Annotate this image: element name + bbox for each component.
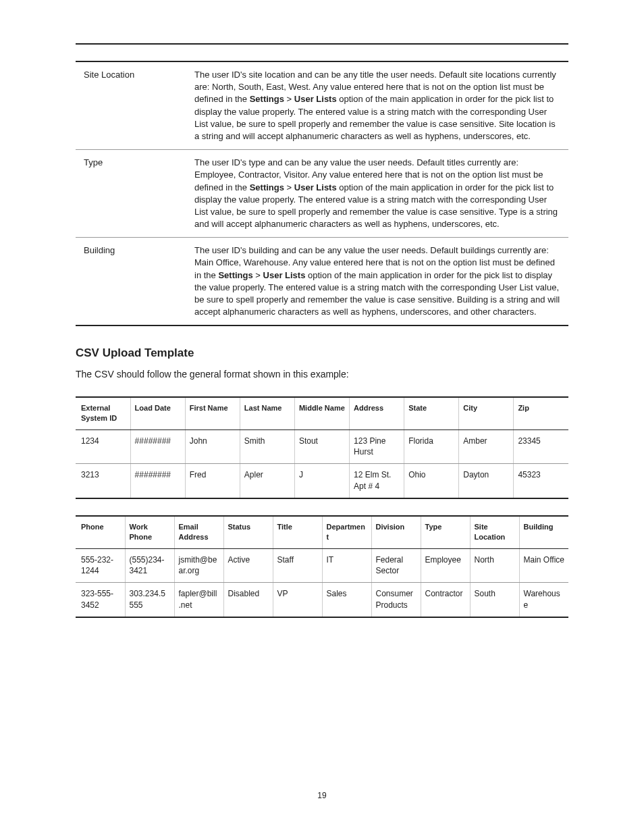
definition-term: Type [76,150,186,238]
document-page: Site LocationThe user ID's site location… [0,0,644,834]
definition-row: TypeThe user ID's type and can be any va… [76,150,568,238]
table-cell: VP [273,583,322,617]
section-intro: The CSV should follow the general format… [76,368,568,382]
definition-term: Site Location [76,61,186,150]
csv-example-table-2: PhoneWork PhoneEmail AddressStatusTitleD… [76,515,568,618]
column-header: Type [421,516,470,548]
definition-description: The user ID's site location and can be a… [186,61,568,150]
table-cell: Sales [322,583,371,617]
table-cell: Warehouse [519,583,568,617]
definitions-table: Site LocationThe user ID's site location… [76,61,568,326]
table-cell: South [470,583,519,617]
table-cell: 555-232-1244 [76,548,125,583]
column-header: Address [350,397,404,429]
page-number: 19 [0,790,644,802]
column-header: Department [322,516,371,548]
table-cell: 45323 [514,464,568,498]
column-header: Load Date [130,397,185,429]
table-cell: Contractor [421,583,470,617]
table-cell: Amber [459,429,514,464]
table-cell: ######## [130,429,185,464]
column-header: City [459,397,514,429]
column-header: External System ID [76,397,130,429]
table-cell: Active [223,548,273,583]
table-cell: John [185,429,240,464]
column-header: First Name [185,397,240,429]
table-cell: 123 Pine Hurst [350,429,404,464]
column-header: Building [519,516,568,548]
table-cell: Stout [294,429,349,464]
top-rule [76,43,568,45]
table-cell: Disabled [223,583,273,617]
table-cell: 23345 [514,429,568,464]
table-cell: Dayton [459,464,514,498]
definition-term: Building [76,238,186,326]
column-header: Work Phone [125,516,174,548]
table-cell: 323-555-3452 [76,583,125,617]
definition-row: Site LocationThe user ID's site location… [76,61,568,150]
table-row: 323-555-3452303.234.5555fapler@bill.netD… [76,583,568,617]
column-header: Title [273,516,322,548]
table-cell: Florida [404,429,459,464]
table-cell: Fred [185,464,240,498]
column-header: Status [223,516,273,548]
table-cell: 12 Elm St. Apt # 4 [350,464,404,498]
table-cell: J [294,464,349,498]
table-cell: North [470,548,519,583]
table-cell: Smith [240,429,294,464]
table-cell: 303.234.5555 [125,583,174,617]
table-cell: Consumer Products [371,583,421,617]
table-row: 3213########FredAplerJ12 Elm St. Apt # 4… [76,464,568,498]
table-cell: 3213 [76,464,130,498]
table-row: 1234########JohnSmithStout123 Pine Hurst… [76,429,568,464]
table-cell: Staff [273,548,322,583]
definition-description: The user ID's building and can be any va… [186,238,568,326]
table-cell: fapler@bill.net [174,583,223,617]
csv-example-table-1: External System IDLoad DateFirst NameLas… [76,396,568,499]
section-title: CSV Upload Template [76,345,568,361]
table-cell: 1234 [76,429,130,464]
column-header: State [404,397,459,429]
column-header: Email Address [174,516,223,548]
table-cell: (555)234-3421 [125,548,174,583]
table-cell: IT [322,548,371,583]
table-cell: Ohio [404,464,459,498]
column-header: Last Name [240,397,294,429]
table-cell: ######## [130,464,185,498]
table-cell: jsmith@bear.org [174,548,223,583]
column-header: Phone [76,516,125,548]
column-header: Zip [514,397,568,429]
table-cell: Employee [421,548,470,583]
table-cell: Federal Sector [371,548,421,583]
table-cell: Main Office [519,548,568,583]
definition-description: The user ID's type and can be any value … [186,150,568,238]
definition-row: BuildingThe user ID's building and can b… [76,238,568,326]
column-header: Middle Name [294,397,349,429]
table-row: 555-232-1244(555)234-3421jsmith@bear.org… [76,548,568,583]
column-header: Site Location [470,516,519,548]
table-cell: Apler [240,464,294,498]
column-header: Division [371,516,421,548]
